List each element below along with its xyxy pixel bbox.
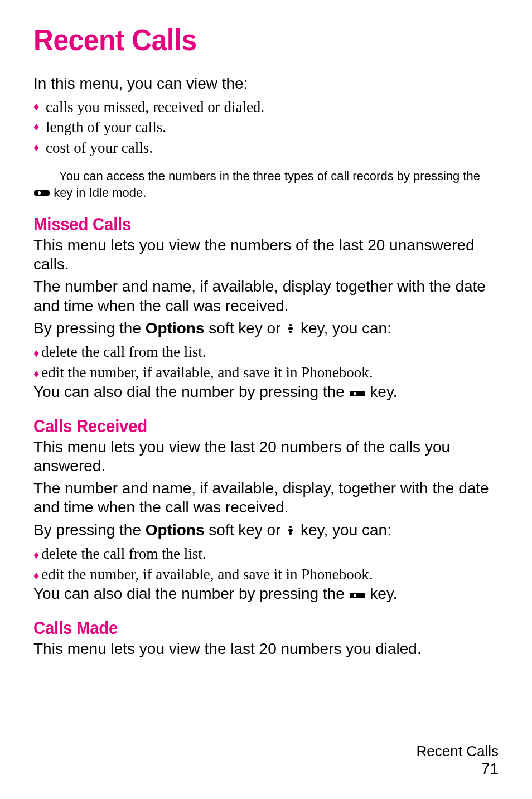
list-item: ♦edit the number, if available, and save… [33,564,499,584]
bullet-text: edit the number, if available, and save … [41,364,373,381]
note-prefix: You can access the numbers in the three … [59,169,480,183]
body-text: You can also dial the number by pressing… [33,382,499,403]
body-text: By pressing the Options soft key or key,… [33,319,499,339]
body-text: You can also dial the number by pressing… [33,584,499,604]
text-fragment: By pressing the [33,319,146,337]
missed-calls-heading: Missed Calls [33,214,461,235]
ok-key-icon [285,319,296,338]
missed-calls-section: Missed Calls This menu lets you view the… [33,214,499,403]
send-key-icon [349,384,366,403]
list-item: ♦edit the number, if available, and save… [33,362,499,382]
bullet-text: edit the number, if available, and save … [41,566,373,583]
body-text: By pressing the Options soft key or key,… [33,521,499,541]
calls-made-section: Calls Made This menu lets you view the l… [33,618,499,658]
body-text: The number and name, if available, displ… [33,479,499,517]
svg-point-2 [289,331,292,333]
body-text: This menu lets you view the numbers of t… [33,236,499,274]
text-fragment: key, you can: [296,521,391,539]
intro-text: In this menu, you can view the: [33,75,499,93]
calls-made-heading: Calls Made [33,618,461,638]
note-suffix: key in Idle mode. [54,186,146,200]
text-fragment: You can also dial the number by pressing… [33,383,349,400]
calls-received-section: Calls Received This menu lets you view t… [33,416,499,604]
note-paragraph: You can access the numbers in the three … [33,168,499,202]
bullet-text: delete the call from the list. [41,545,206,562]
body-text: This menu lets you view the last 20 numb… [33,640,499,658]
text-fragment: key. [370,383,397,400]
list-item: ♦delete the call from the list. [33,342,499,362]
svg-point-4 [289,526,292,528]
svg-point-5 [289,532,292,535]
svg-point-1 [289,324,292,326]
text-fragment: soft key or [205,319,286,337]
list-item: calls you missed, received or dialed. [33,97,499,117]
footer-section-label: Recent Calls [417,743,499,760]
page-title: Recent Calls [33,22,461,57]
options-label: Options [146,521,205,539]
bullet-text: delete the call from the list. [41,343,206,360]
svg-rect-3 [350,391,365,396]
text-fragment: key. [370,585,397,602]
calls-received-heading: Calls Received [33,416,461,437]
list-item: ♦delete the call from the list. [33,544,499,564]
send-key-icon [349,585,366,604]
list-item: length of your calls. [33,117,499,137]
body-text: The number and name, if available, displ… [33,277,499,315]
send-key-icon [33,185,50,202]
list-item: cost of your calls. [33,138,499,158]
text-fragment: You can also dial the number by pressing… [33,585,349,602]
intro-bullet-list: calls you missed, received or dialed. le… [33,97,499,158]
text-fragment: soft key or [205,521,286,539]
ok-key-icon [285,521,296,540]
body-text: This menu lets you view the last 20 numb… [33,438,499,476]
footer-page-number: 71 [417,760,499,778]
options-label: Options [146,319,205,337]
svg-rect-6 [350,593,365,598]
text-fragment: By pressing the [33,521,146,539]
text-fragment: key, you can: [296,319,391,337]
page-footer: Recent Calls 71 [417,743,499,778]
svg-rect-0 [34,190,50,196]
